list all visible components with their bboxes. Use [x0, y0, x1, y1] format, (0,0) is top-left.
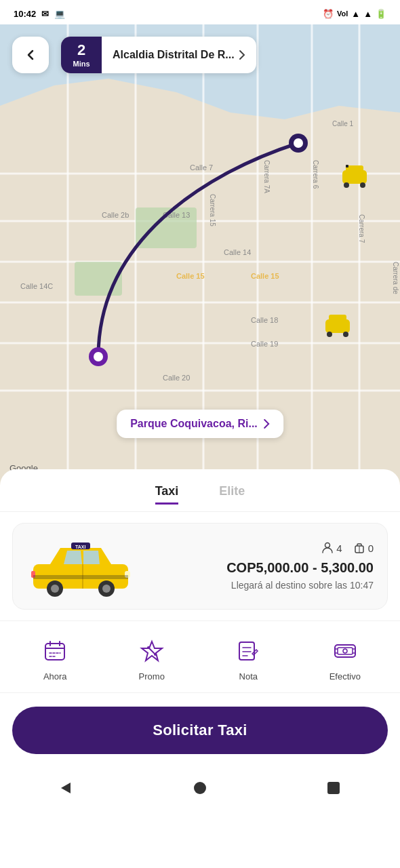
passenger-count: 4 — [321, 542, 342, 554]
action-nota[interactable]: Nota — [232, 635, 264, 682]
origin-text: Parque Coquivacoa, Ri... — [130, 418, 258, 430]
luggage-count: 0 — [353, 542, 374, 554]
svg-text:Calle 15: Calle 15 — [251, 272, 279, 280]
action-promo[interactable]: Promo — [136, 635, 168, 682]
svg-point-44 — [343, 332, 348, 337]
origin-badge[interactable]: Parque Coquivacoa, Ri... — [117, 410, 283, 438]
request-taxi-button[interactable]: Solicitar Taxi — [12, 707, 388, 754]
tab-elite[interactable]: Elite — [219, 484, 245, 505]
svg-text:Calle 18: Calle 18 — [251, 316, 278, 324]
svg-text:Calle 14: Calle 14 — [224, 248, 251, 256]
svg-text:Carrera 6: Carrera 6 — [312, 160, 319, 189]
svg-rect-85 — [327, 782, 340, 794]
mins-number: 2 — [77, 41, 85, 59]
nav-bar — [0, 768, 400, 814]
svg-text:Calle 20: Calle 20 — [163, 374, 190, 382]
svg-rect-40 — [346, 165, 348, 167]
svg-text:Carrera 15: Carrera 15 — [209, 194, 216, 226]
svg-text:Carrera 7A: Carrera 7A — [263, 160, 271, 193]
svg-rect-58 — [33, 575, 128, 579]
svg-text:Calle 19: Calle 19 — [251, 340, 278, 348]
svg-text:Carrera de: Carrera de — [392, 262, 399, 294]
efectivo-icon — [329, 635, 361, 667]
status-left: 10:42 ✉ 💻 — [14, 9, 65, 19]
svg-rect-42 — [329, 315, 346, 321]
promo-label: Promo — [139, 671, 165, 682]
mail-icon: ✉ — [41, 9, 49, 19]
route-badge[interactable]: 2 Mins Alcaldia Distrital De R... — [61, 37, 256, 73]
svg-point-35 — [294, 138, 303, 148]
nota-label: Nota — [239, 671, 258, 682]
svg-text:Calle 2b: Calle 2b — [102, 211, 129, 219]
route-destination[interactable]: Alcaldia Distrital De R... — [102, 49, 256, 61]
svg-text:Calle 7: Calle 7 — [190, 163, 213, 172]
bottom-panel: Taxi Elite TAXI — [0, 469, 400, 868]
map-section: Calle 7 Calle 2b Calle 13 Calle 14 Calle… — [0, 24, 400, 486]
svg-marker-48 — [83, 551, 100, 564]
battery-icon: 🔋 — [376, 9, 386, 19]
action-ahora[interactable]: Ahora — [39, 635, 71, 682]
alarm-icon: ⏰ — [323, 9, 334, 19]
car-price: COP5,000.00 - 5,300.00 — [146, 559, 374, 576]
signal-icon: ▲ — [363, 9, 372, 19]
svg-point-59 — [325, 543, 330, 548]
ahora-label: Ahora — [43, 671, 67, 682]
status-right: ⏰ Vol ▲ ▲ 🔋 — [323, 9, 386, 19]
svg-point-71 — [154, 653, 157, 656]
service-tabs: Taxi Elite — [0, 469, 400, 512]
wifi-icon: ▲ — [351, 9, 360, 19]
svg-text:TAXI: TAXI — [75, 545, 85, 549]
action-row: Ahora Promo — [0, 620, 400, 693]
svg-rect-72 — [239, 642, 254, 660]
tab-taxi[interactable]: Taxi — [155, 484, 179, 505]
svg-marker-83 — [61, 783, 71, 793]
promo-icon — [136, 635, 168, 667]
status-bar: 10:42 ✉ 💻 ⏰ Vol ▲ ▲ 🔋 — [0, 0, 400, 24]
mins-label: Mins — [73, 60, 89, 68]
svg-point-54 — [102, 585, 111, 593]
nav-recent-button[interactable] — [321, 776, 346, 800]
svg-rect-62 — [45, 644, 64, 660]
svg-text:Calle 15: Calle 15 — [176, 272, 205, 280]
time-display: 10:42 — [14, 9, 36, 19]
car-arrival: Llegará al destino sobre las 10:47 — [146, 580, 374, 591]
nav-back-button[interactable] — [54, 776, 79, 800]
nav-home-button[interactable] — [188, 776, 212, 800]
svg-point-33 — [94, 352, 103, 361]
svg-point-43 — [327, 332, 332, 337]
svg-point-84 — [194, 782, 206, 794]
car-info: 4 0 COP5,000.00 - 5,300.00 Llegará al de… — [146, 542, 374, 591]
vol-icon: Vol — [337, 9, 348, 18]
svg-point-70 — [147, 646, 150, 649]
car-card: TAXI — [12, 523, 388, 610]
svg-text:Carrera 7: Carrera 7 — [358, 214, 365, 243]
efectivo-label: Efectivo — [329, 671, 361, 682]
nota-icon — [232, 635, 264, 667]
svg-point-52 — [51, 585, 59, 593]
laptop-icon: 💻 — [54, 9, 65, 19]
car-image: TAXI — [26, 536, 135, 597]
svg-point-38 — [344, 182, 349, 188]
back-button[interactable] — [12, 37, 49, 73]
car-meta: 4 0 — [146, 542, 374, 554]
svg-text:Calle 14C: Calle 14C — [20, 282, 53, 290]
svg-text:Calle 1: Calle 1 — [332, 120, 354, 127]
ahora-icon — [39, 635, 71, 667]
svg-point-78 — [343, 649, 347, 653]
action-efectivo[interactable]: Efectivo — [329, 635, 361, 682]
route-badge-time: 2 Mins — [61, 37, 102, 73]
svg-point-39 — [360, 182, 365, 188]
